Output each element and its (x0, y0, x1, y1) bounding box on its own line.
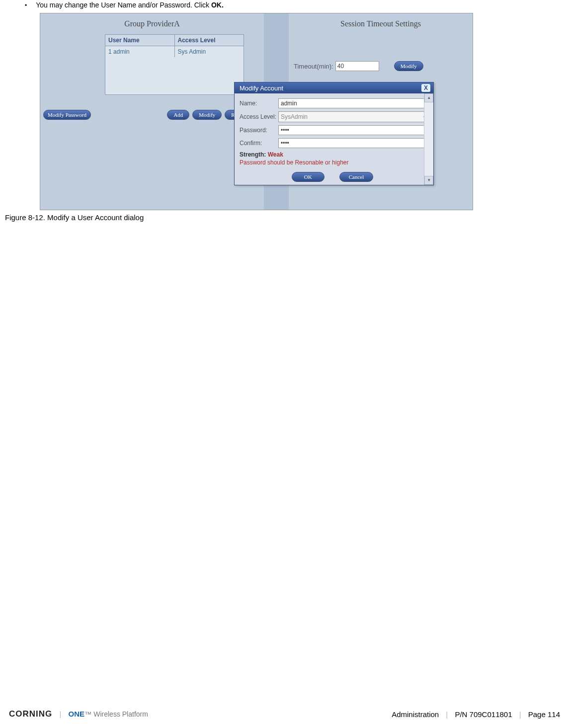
close-icon[interactable]: X (421, 84, 430, 92)
modify-password-button[interactable]: Modify Password (43, 110, 91, 120)
dialog-title-bar[interactable]: Modify Account X (235, 82, 433, 93)
cell-user: 1 admin (105, 46, 175, 57)
timeout-input[interactable] (335, 61, 379, 71)
footer-part: P/N 709C011801 (453, 710, 514, 719)
modify-account-dialog: Modify Account X Name: Access Level: Sys… (234, 82, 434, 185)
col-username: User Name (105, 35, 175, 46)
col-accesslevel: Access Level (175, 35, 244, 46)
cancel-button[interactable]: Cancel (339, 172, 374, 182)
group-provider-panel: Group ProviderA User Name Access Level 1… (40, 13, 264, 210)
access-level-select[interactable]: SysAdmin ▾ (278, 111, 428, 122)
footer-section: Administration (390, 710, 441, 719)
timeout-label: Timeout(min): (294, 63, 333, 70)
bullet-icon: • (25, 2, 27, 9)
strength-row: Strength: Weak (240, 151, 428, 158)
access-level-label: Access Level: (240, 113, 278, 120)
confirm-input[interactable] (278, 138, 428, 148)
screenshot-figure: Group ProviderA User Name Access Level 1… (40, 13, 473, 210)
dialog-title: Modify Account (240, 84, 283, 92)
table-row[interactable]: 1 admin Sys Admin (105, 46, 244, 57)
table-header-row: User Name Access Level (105, 35, 244, 46)
password-input[interactable] (278, 125, 428, 135)
name-input[interactable] (278, 98, 428, 108)
instruction-bullet: • You may change the User Name and/or Pa… (25, 1, 564, 9)
confirm-label: Confirm: (240, 140, 278, 147)
password-warning: Password should be Resonable or higher (240, 159, 428, 166)
group-button-row: Modify Password Add Modify Remove (40, 110, 264, 120)
page-footer: CORNING | ONE™ Wireless Platform Adminis… (0, 709, 569, 719)
footer-brand: CORNING | ONE™ Wireless Platform (9, 709, 148, 719)
scroll-down-icon[interactable]: ▾ (424, 176, 433, 185)
instruction-text: You may change the User Name and/or Pass… (36, 1, 224, 9)
figure-caption: Figure 8-12. Modify a User Account dialo… (5, 213, 564, 222)
cell-level: Sys Admin (175, 46, 244, 57)
user-table: User Name Access Level 1 admin Sys Admin (105, 34, 244, 95)
instruction-text-pre: You may change the User Name and/or Pass… (36, 1, 211, 9)
session-panel-title: Session Timeout Settings (289, 13, 473, 31)
ok-button[interactable]: OK (292, 172, 325, 182)
footer-right: Administration | P/N 709C011801 | Page 1… (390, 710, 562, 719)
add-button[interactable]: Add (167, 110, 189, 120)
dialog-scrollbar[interactable]: ▴ ▾ (424, 93, 433, 185)
access-level-value: SysAdmin (281, 113, 308, 120)
scroll-up-icon[interactable]: ▴ (424, 93, 433, 102)
footer-page: Page 114 (526, 710, 562, 719)
modify-button[interactable]: Modify (192, 110, 222, 120)
password-label: Password: (240, 127, 278, 134)
name-label: Name: (240, 100, 278, 107)
timeout-modify-button[interactable]: Modify (394, 61, 423, 71)
group-panel-title: Group ProviderA (40, 13, 264, 31)
instruction-text-bold: OK. (211, 1, 224, 9)
